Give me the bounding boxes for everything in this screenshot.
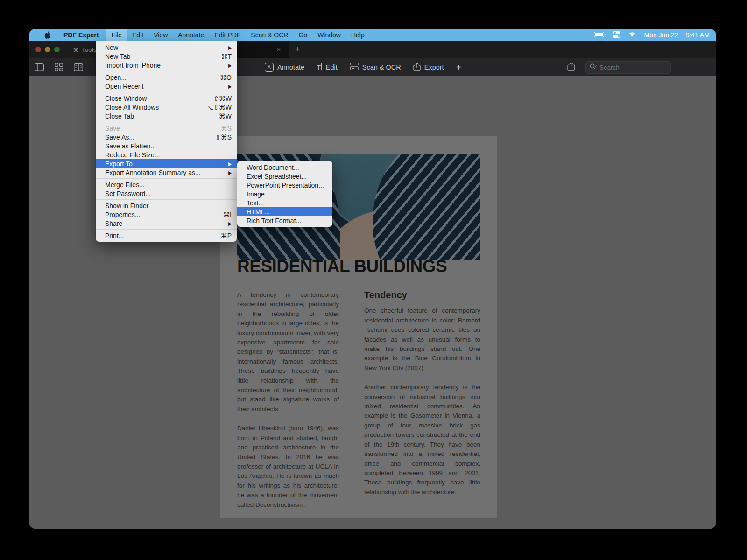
search-input[interactable]: Search <box>585 61 671 74</box>
file-menu-shortcut: ⌘O <box>220 74 232 81</box>
thumbnails-grid-icon[interactable] <box>53 62 64 73</box>
file-menu-label: New <box>105 44 220 51</box>
annotate-icon: A <box>265 63 274 72</box>
edit-button[interactable]: T Edit <box>317 63 338 71</box>
file-menu-label: Save As... <box>105 133 207 141</box>
scan-ocr-button[interactable]: Scan & OCR <box>350 63 401 72</box>
file-menu-label: Export Annotation Summary as... <box>105 169 220 176</box>
export-icon <box>413 63 421 72</box>
document-title: RESIDENTIAL BUILDINGS <box>237 257 489 276</box>
menubar-item-view[interactable]: View <box>148 29 173 41</box>
add-tool-button[interactable]: + <box>456 62 462 73</box>
export-submenu-item-word-document[interactable]: Word Document... <box>237 163 332 172</box>
menubar-item-scan-ocr[interactable]: Scan & OCR <box>246 29 293 41</box>
file-menu-label: Print... <box>105 232 212 239</box>
export-submenu-item-image[interactable]: Image... <box>237 189 332 198</box>
file-menu-item-close-tab[interactable]: Close Tab⌘W <box>96 112 237 120</box>
search-icon <box>590 63 597 71</box>
wifi-icon[interactable] <box>628 31 636 39</box>
file-menu-label: Open Recent <box>105 83 220 90</box>
menubar-item-window[interactable]: Window <box>312 29 346 41</box>
file-menu-item-show-in-finder[interactable]: Show in Finder <box>96 201 237 210</box>
two-page-view-icon[interactable] <box>73 62 84 73</box>
file-menu-separator <box>96 92 237 92</box>
menubar-time[interactable]: 9:41 AM <box>686 31 710 39</box>
menubar-item-annotate[interactable]: Annotate <box>173 29 209 41</box>
menubar-app-name[interactable]: PDF Expert <box>59 31 103 39</box>
file-menu-separator <box>96 122 237 122</box>
file-menu-item-close-all-windows[interactable]: Close All Windows⌥⇧⌘W <box>96 103 237 112</box>
file-menu-item-save-as[interactable]: Save As...⇧⌘S <box>96 133 237 141</box>
file-menu-separator <box>96 199 237 200</box>
file-menu-item-open-recent[interactable]: Open Recent▶ <box>96 82 237 91</box>
submenu-arrow-icon: ▶ <box>228 63 232 68</box>
file-menu-separator <box>96 71 237 71</box>
file-menu-label: Export To <box>105 160 220 168</box>
file-menu-item-save-as-flatten[interactable]: Save as Flatten... <box>96 141 237 150</box>
control-center-icon[interactable] <box>613 31 620 39</box>
menubar-item-file[interactable]: File <box>106 29 127 41</box>
file-menu-item-import-from-iphone[interactable]: Import from iPhone▶ <box>96 61 237 70</box>
file-menu-item-share[interactable]: Share▶ <box>96 219 237 228</box>
file-menu-label: Properties... <box>105 211 215 218</box>
export-submenu-item-powerpoint-presentation[interactable]: PowerPoint Presentation... <box>237 181 332 189</box>
export-submenu-item-text[interactable]: Text... <box>237 198 332 207</box>
file-menu-item-new[interactable]: New▶ <box>96 43 237 52</box>
submenu-arrow-icon: ▶ <box>228 221 232 226</box>
screenshot-stage: PDF Expert FileEditViewAnnotateEdit PDFS… <box>0 0 747 560</box>
menubar: PDF Expert FileEditViewAnnotateEdit PDFS… <box>29 29 716 41</box>
menubar-item-edit-pdf[interactable]: Edit PDF <box>209 29 246 41</box>
menubar-item-edit[interactable]: Edit <box>127 29 148 41</box>
file-menu-label: Close Tab <box>105 112 211 120</box>
close-window-button[interactable] <box>35 47 41 52</box>
file-menu-item-export-annotation-summary-as[interactable]: Export Annotation Summary as...▶ <box>96 168 237 177</box>
new-tab-button[interactable]: + <box>293 44 302 55</box>
file-menu-item-open[interactable]: Open...⌘O <box>96 73 237 82</box>
export-to-submenu: Word Document...Excel Spreadsheet...Powe… <box>237 161 332 227</box>
file-menu-item-save: Save⌘S <box>96 124 237 133</box>
scanner-icon <box>350 63 359 72</box>
file-menu-shortcut: ⌥⇧⌘W <box>206 104 232 111</box>
file-menu-label: Import from iPhone <box>105 62 220 69</box>
menubar-item-help[interactable]: Help <box>346 29 370 41</box>
document-column-right: Tendency One cheerful feature of contemp… <box>364 290 480 507</box>
file-menu-item-set-password[interactable]: Set Password... <box>96 189 237 198</box>
close-tab-icon[interactable]: × <box>275 46 282 53</box>
export-submenu-label: HTML... <box>247 208 327 216</box>
file-menu-shortcut: ⌘I <box>223 211 232 218</box>
submenu-arrow-icon: ▶ <box>228 161 232 167</box>
submenu-arrow-icon: ▶ <box>228 170 232 175</box>
export-submenu-item-excel-spreadsheet[interactable]: Excel Spreadsheet... <box>237 172 332 181</box>
document-column-left: A tendency in contemporary residential a… <box>237 290 339 519</box>
document-paragraph: A tendency in contemporary residential a… <box>237 290 339 414</box>
file-menu-item-print[interactable]: Print...⌘P <box>96 231 237 240</box>
file-menu-label: Merge Files... <box>105 181 232 189</box>
share-icon[interactable] <box>567 62 575 73</box>
minimize-window-button[interactable] <box>45 47 50 52</box>
file-menu-label: Show in Finder <box>105 202 232 210</box>
battery-icon[interactable] <box>594 31 606 39</box>
file-menu-label: Save as Flatten... <box>105 142 232 150</box>
file-menu-item-properties[interactable]: Properties...⌘I <box>96 210 237 219</box>
sidebar-icon[interactable] <box>34 62 45 73</box>
file-menu-label: Set Password... <box>105 190 232 197</box>
file-menu-item-export-to[interactable]: Export To▶ <box>96 159 237 168</box>
file-menu-item-close-window[interactable]: Close Window⇧⌘W <box>96 94 237 103</box>
file-menu-label: Save <box>105 125 212 132</box>
annotate-button[interactable]: A Annotate <box>265 63 304 72</box>
export-submenu-item-html[interactable]: HTML... <box>237 207 332 216</box>
submenu-arrow-icon: ▶ <box>228 45 232 50</box>
menubar-date[interactable]: Mon Jun 22 <box>644 31 678 39</box>
export-button[interactable]: Export <box>413 63 444 72</box>
export-submenu-item-rich-text-format[interactable]: Rich Text Format... <box>237 216 332 225</box>
file-menu-label: Close Window <box>105 95 205 102</box>
export-submenu-label: Excel Spreadsheet... <box>247 173 327 180</box>
file-menu-item-reduce-file-size[interactable]: Reduce File Size... <box>96 150 237 159</box>
file-menu-shortcut: ⌘P <box>221 232 232 239</box>
file-menu-item-merge-files[interactable]: Merge Files... <box>96 180 237 189</box>
file-menu-item-new-tab[interactable]: New Tab⌘T <box>96 52 237 61</box>
menubar-item-go[interactable]: Go <box>293 29 312 41</box>
search-placeholder: Search <box>599 64 620 71</box>
apple-menu-icon[interactable] <box>39 29 56 41</box>
zoom-window-button[interactable] <box>54 47 60 52</box>
